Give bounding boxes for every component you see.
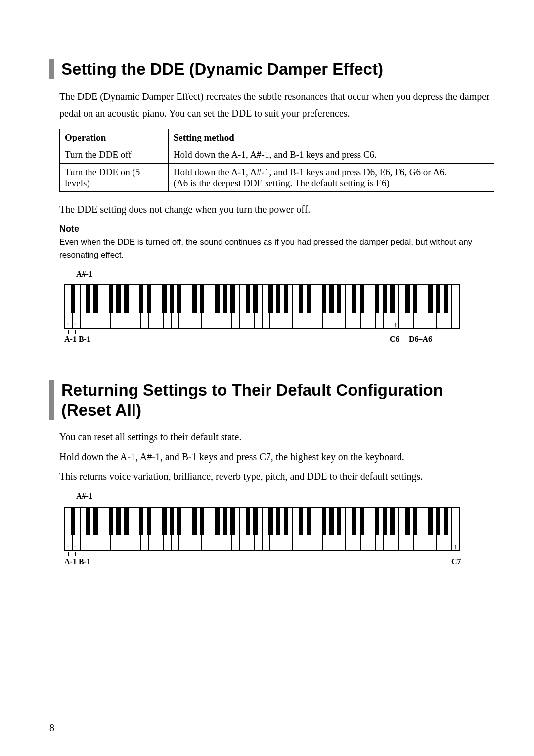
label-asharp-1: A#-1	[76, 492, 92, 501]
label-c6: C6	[390, 335, 400, 344]
label-asharp-1: A#-1	[76, 270, 92, 279]
arrow-up-icon: ↑	[66, 321, 70, 329]
keyboard-graphic	[64, 507, 460, 551]
dde-persist-note: The DDE setting does not change when you…	[59, 201, 494, 218]
reset-p2: Hold down the A-1, A#-1, and B-1 keys an…	[59, 448, 494, 465]
arrow-up-icon: ↑	[73, 543, 77, 551]
keyboard-diagram-dde: A#-1 ↓ ↑ ↑ A-1 B-1 ↑ C6 D6–A6	[64, 272, 460, 346]
dde-table: Operation Setting method Turn the DDE of…	[59, 129, 494, 192]
reset-p1: You can reset all settings to their defa…	[59, 428, 494, 445]
note-body: Even when the DDE is turned off, the sou…	[59, 236, 494, 262]
arrow-up-icon: ↑	[73, 321, 77, 329]
label-a1-b1: A-1 B-1	[64, 557, 90, 566]
th-method: Setting method	[168, 129, 494, 146]
label-c7: C7	[451, 557, 461, 566]
page-number: 8	[49, 722, 54, 734]
dde-intro: The DDE (Dynamic Damper Effect) recreate…	[59, 88, 494, 122]
keyboard-diagram-reset: A#-1 ↓ ↑ ↑ A-1 B-1 ↑ C7	[64, 494, 460, 568]
th-operation: Operation	[60, 129, 169, 146]
range-arrow-icon	[408, 328, 438, 329]
keyboard-graphic	[64, 284, 460, 329]
section-heading-reset: Returning Settings to Their Default Conf…	[49, 380, 494, 420]
reset-p3: This returns voice variation, brilliance…	[59, 468, 494, 485]
section-heading-dde: Setting the DDE (Dynamic Damper Effect)	[49, 59, 494, 79]
label-a1-b1: A-1 B-1	[64, 335, 90, 344]
arrow-up-icon: ↑	[454, 543, 457, 551]
table-row: Turn the DDE on (5 levels) Hold down the…	[60, 163, 494, 191]
arrow-up-icon: ↑	[66, 543, 70, 551]
label-d6-a6: D6–A6	[409, 335, 432, 344]
arrow-up-icon: ↑	[394, 321, 397, 329]
note-heading: Note	[59, 224, 494, 234]
table-row: Turn the DDE off Hold down the A-1, A#-1…	[60, 146, 494, 163]
